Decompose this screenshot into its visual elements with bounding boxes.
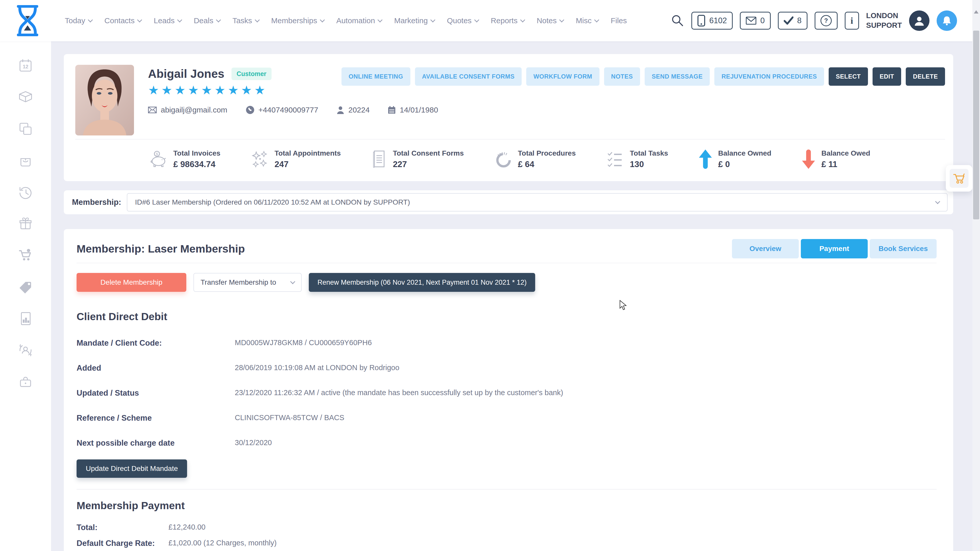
delete-membership-button[interactable]: Delete Membership bbox=[76, 273, 186, 292]
rejuvenation-procedures-button[interactable]: REJUVENATION PROCEDURES bbox=[714, 67, 824, 86]
user-name: SUPPORT bbox=[866, 21, 902, 30]
delete-button[interactable]: DELETE bbox=[906, 67, 945, 86]
client-dob-text: 14/01/1980 bbox=[400, 106, 438, 114]
scrollbar[interactable] bbox=[972, 0, 980, 551]
phone-calls-counter[interactable]: 6102 bbox=[691, 12, 733, 30]
chevron-down-icon bbox=[320, 17, 325, 22]
messages-counter[interactable]: 0 bbox=[740, 12, 770, 30]
client-email-text: abigailj@gmail.com bbox=[161, 106, 228, 114]
chevron-down-icon bbox=[255, 17, 260, 22]
info-button[interactable]: i bbox=[845, 12, 859, 30]
dd-row-updated-status: Updated / Status 23/12/2020 11:26:32 AM … bbox=[76, 389, 937, 398]
dd-label: Added bbox=[76, 364, 235, 373]
tab-book-services[interactable]: Book Services bbox=[870, 239, 937, 259]
dd-value: CLINICSOFTWA-85TCW / BACS bbox=[235, 413, 344, 422]
tasks-counter[interactable]: 8 bbox=[778, 12, 808, 30]
dd-label: Reference / Scheme bbox=[76, 413, 235, 423]
phone-count: 6102 bbox=[709, 16, 727, 25]
app-screen: Today Contacts Leads Deals Tasks Members… bbox=[0, 0, 980, 551]
dd-value: 30/12/2020 bbox=[235, 438, 272, 447]
nav-today[interactable]: Today bbox=[65, 16, 92, 25]
nav-misc[interactable]: Misc bbox=[576, 16, 598, 25]
nav-memberships[interactable]: Memberships bbox=[271, 16, 324, 25]
nav-tasks[interactable]: Tasks bbox=[232, 16, 259, 25]
report-icon[interactable] bbox=[18, 311, 33, 326]
search-icon[interactable] bbox=[671, 14, 684, 27]
question-mark-icon: ? bbox=[821, 15, 832, 26]
chevron-down-icon bbox=[520, 17, 525, 22]
star-rating[interactable]: ★★★★★★★★★ bbox=[148, 84, 438, 97]
nav-notes[interactable]: Notes bbox=[537, 16, 563, 25]
client-dob: 14/01/1980 bbox=[388, 106, 438, 114]
email-icon bbox=[148, 106, 157, 113]
calendar-icon[interactable]: 12 bbox=[18, 58, 33, 73]
notes-button[interactable]: NOTES bbox=[604, 67, 640, 86]
workflow-form-button[interactable]: WORKFLOW FORM bbox=[526, 67, 599, 86]
client-phone[interactable]: +4407490009777 bbox=[246, 106, 318, 114]
payment-row-default-charge-rate: Default Charge Rate: £1,020.00 (12 Charg… bbox=[76, 539, 937, 548]
person-icon bbox=[914, 15, 925, 26]
topbar-utilities: 6102 0 8 ? i LONDON SUPPORT bbox=[671, 11, 957, 31]
scroll-up-arrow-icon[interactable] bbox=[974, 10, 978, 14]
stat-value: 130 bbox=[630, 159, 668, 169]
dd-row-next-charge-date: Next possible charge date 30/12/2020 bbox=[76, 438, 937, 448]
chevron-down-icon bbox=[594, 17, 599, 22]
scrollbar-thumb[interactable] bbox=[973, 30, 979, 219]
membership-detail-card: Membership: Laser Membership Overview Pa… bbox=[64, 229, 953, 551]
send-message-button[interactable]: SEND MESSAGE bbox=[645, 67, 710, 86]
payment-value: £12,240.00 bbox=[169, 523, 205, 531]
nav-contacts[interactable]: Contacts bbox=[104, 16, 142, 25]
nav-leads[interactable]: Leads bbox=[154, 16, 181, 25]
nav-reports[interactable]: Reports bbox=[491, 16, 525, 25]
stat-label: Total Procedures bbox=[518, 149, 576, 157]
dd-row-mandate: Mandate / Client Code: MD0005WJ78GKM8 / … bbox=[76, 338, 937, 348]
account-menu-button[interactable] bbox=[909, 11, 929, 31]
tab-overview[interactable]: Overview bbox=[732, 239, 799, 259]
stat-balance-owned: Balance Owned£ 0 bbox=[698, 149, 772, 169]
mouse-cursor bbox=[619, 300, 628, 311]
available-consent-forms-button[interactable]: AVAILABLE CONSENT FORMS bbox=[415, 67, 522, 86]
case-lock-icon[interactable] bbox=[18, 375, 33, 389]
gift-icon[interactable] bbox=[18, 216, 33, 231]
history-icon[interactable] bbox=[18, 185, 33, 200]
shopping-bag-icon[interactable] bbox=[18, 153, 33, 168]
nav-automation[interactable]: Automation bbox=[336, 16, 382, 25]
tab-payment[interactable]: Payment bbox=[801, 239, 868, 259]
stat-label: Total Tasks bbox=[630, 149, 668, 157]
package-icon[interactable] bbox=[18, 90, 33, 105]
piggy-bank-icon: $ bbox=[149, 150, 168, 168]
online-meeting-button[interactable]: ONLINE MEETING bbox=[342, 67, 410, 86]
stat-label: Balance Owed bbox=[821, 149, 870, 157]
copy-icon[interactable] bbox=[18, 121, 33, 136]
price-tag-icon[interactable] bbox=[18, 279, 33, 294]
left-sidebar: 12 bbox=[0, 41, 51, 551]
arrow-up-icon bbox=[698, 149, 713, 169]
stat-value: 247 bbox=[275, 159, 341, 169]
sparkles-icon bbox=[251, 150, 269, 168]
app-logo-hourglass-icon[interactable] bbox=[16, 5, 39, 36]
nav-marketing[interactable]: Marketing bbox=[394, 16, 434, 25]
nav-deals[interactable]: Deals bbox=[194, 16, 220, 25]
chevron-down-icon bbox=[177, 17, 182, 22]
edit-button[interactable]: EDIT bbox=[873, 67, 901, 86]
phone-icon bbox=[246, 106, 255, 114]
cart-icon[interactable] bbox=[18, 248, 33, 263]
floating-cart-button[interactable] bbox=[946, 165, 972, 192]
payment-row-total: Total: £12,240.00 bbox=[76, 523, 937, 532]
select-button[interactable]: SELECT bbox=[829, 67, 868, 86]
notifications-button[interactable] bbox=[937, 11, 957, 31]
update-direct-debit-button[interactable]: Update Direct Debit Mandate bbox=[76, 459, 187, 478]
nav-files[interactable]: Files bbox=[611, 16, 627, 25]
transfer-membership-select[interactable]: Transfer Membership to bbox=[193, 273, 302, 292]
chevron-down-icon bbox=[430, 17, 435, 22]
renew-membership-button[interactable]: Renew Membership (06 Nov 2021, Next Paym… bbox=[309, 273, 535, 292]
stat-label: Total Consent Forms bbox=[393, 149, 464, 157]
client-sync-icon[interactable] bbox=[18, 343, 33, 358]
membership-select-label: Membership: bbox=[72, 198, 127, 207]
help-button[interactable]: ? bbox=[815, 12, 838, 30]
membership-select[interactable]: ID#6 Laser Membership (Ordered on 06/11/… bbox=[127, 193, 948, 211]
mail-count: 0 bbox=[760, 16, 765, 25]
stat-label: Total Invoices bbox=[173, 149, 221, 157]
nav-quotes[interactable]: Quotes bbox=[447, 16, 479, 25]
client-email[interactable]: abigailj@gmail.com bbox=[148, 106, 228, 114]
